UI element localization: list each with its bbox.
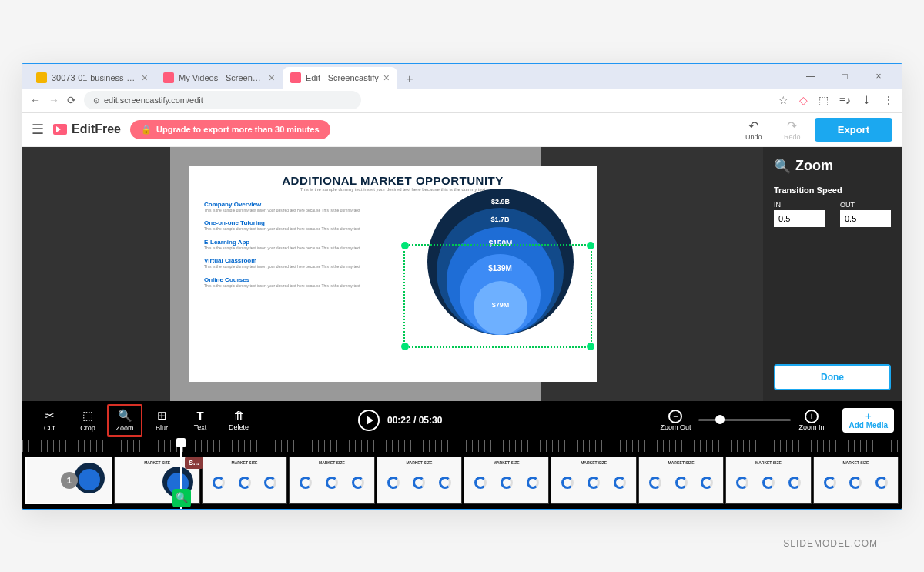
slider-thumb[interactable] <box>715 415 725 424</box>
bookmark-icon[interactable]: ☆ <box>778 94 788 106</box>
add-media-label: Add Media <box>849 421 888 430</box>
panel-title: 🔍 Zoom <box>774 158 891 175</box>
tab-title: Edit - Screencastify <box>306 73 379 82</box>
reload-button[interactable]: ⟳ <box>67 94 76 106</box>
export-button[interactable]: Export <box>815 118 892 142</box>
url-input[interactable]: ⊙ edit.screencastify.com/edit <box>84 91 361 109</box>
editor-area: ADDITIONAL MARKET OPPORTUNITY This is th… <box>22 147 902 401</box>
slide-item-heading: E-Learning App <box>204 239 404 246</box>
timeline-thumb[interactable]: MARKET SIZE <box>813 457 899 504</box>
app-header: ☰ EditFree 🔒 Upgrade to export more than… <box>22 113 902 147</box>
slide-item-text: This is the sample dummy text insert you… <box>204 283 404 289</box>
editor-toolbar: ✂Cut ⬚Crop 🔍Zoom ⊞Blur TText 🗑Delete 00:… <box>22 401 902 440</box>
tab-close-icon[interactable]: × <box>383 72 390 84</box>
resize-handle-tl[interactable] <box>401 242 409 249</box>
slide-item-text: This is the sample dummy text insert you… <box>204 264 404 269</box>
timeline[interactable]: 1 MARKET SIZE MARKET SIZE MARKET SIZE MA… <box>22 452 902 509</box>
magnifier-icon: 🔍 <box>774 158 791 175</box>
browser-tabs-bar: 30073-01-business-pitch-deck × My Videos… <box>22 64 902 89</box>
back-button[interactable]: ← <box>30 94 41 106</box>
logo-text: EditFree <box>72 122 121 136</box>
zoom-in-button[interactable]: +Zoom In <box>798 410 824 431</box>
timeline-thumb[interactable]: MARKET SIZE <box>289 457 374 504</box>
delete-tool[interactable]: 🗑Delete <box>219 406 258 434</box>
done-label: Done <box>821 372 844 383</box>
plus-icon: + <box>849 411 888 421</box>
zoom-tool[interactable]: 🔍Zoom <box>107 404 142 437</box>
redo-icon: ↷ <box>787 119 797 133</box>
timeline-thumb[interactable]: MARKET SIZE <box>464 457 549 504</box>
favicon-icon <box>36 72 47 83</box>
slide-item-heading: Company Overview <box>204 201 404 208</box>
canvas-area[interactable]: ADDITIONAL MARKET OPPORTUNITY This is th… <box>22 147 763 401</box>
export-label: Export <box>838 124 869 135</box>
timeline-thumb[interactable]: MARKET SIZE <box>551 457 636 504</box>
favicon-icon <box>163 72 174 83</box>
slide-item-heading: One-on-one Tutoring <box>204 219 404 226</box>
timeline-thumb[interactable]: MARKET SIZE <box>377 457 462 504</box>
tab-title: My Videos - Screencastify <box>179 73 264 82</box>
thumb-index-badge: 1 <box>61 472 78 489</box>
add-media-button[interactable]: +Add Media <box>842 408 894 433</box>
minimize-icon[interactable]: — <box>800 71 822 82</box>
forward-button[interactable]: → <box>49 94 59 106</box>
transition-speed-label: Transition Speed <box>774 186 891 195</box>
redo-button[interactable]: ↷ Redo <box>776 119 808 141</box>
timeline-thumb[interactable]: MARKET SIZE <box>638 457 724 504</box>
url-text: edit.screencastify.com/edit <box>104 95 203 105</box>
timeline-thumb[interactable]: MARKET SIZE <box>202 457 287 504</box>
tool-label: Zoom <box>116 424 133 432</box>
resize-handle-br[interactable] <box>587 343 594 350</box>
undo-button[interactable]: ↶ Undo <box>738 119 770 141</box>
upgrade-label: Upgrade to export more than 30 minutes <box>156 125 319 134</box>
maximize-icon[interactable]: □ <box>834 71 855 82</box>
timeline-ruler[interactable] <box>22 440 902 452</box>
tab-title: 30073-01-business-pitch-deck <box>52 73 137 82</box>
new-tab-button[interactable]: + <box>400 70 419 89</box>
window-controls: — □ × <box>800 71 896 82</box>
lock-icon: 🔒 <box>141 125 152 135</box>
resize-handle-bl[interactable] <box>401 343 409 350</box>
cut-tool[interactable]: ✂Cut <box>30 406 69 435</box>
browser-tab[interactable]: 30073-01-business-pitch-deck × <box>28 67 156 89</box>
close-icon[interactable]: × <box>868 71 889 82</box>
zoom-selection-box[interactable] <box>403 244 592 348</box>
menu-hamburger-icon[interactable]: ☰ <box>32 121 44 138</box>
blur-icon: ⊞ <box>157 409 167 423</box>
browser-tab-active[interactable]: Edit - Screencastify × <box>283 67 397 89</box>
tool-label: Delete <box>229 423 249 431</box>
timeline-thumb[interactable]: MARKET SIZE <box>725 457 811 504</box>
slide-item-heading: Virtual Classroom <box>204 257 404 264</box>
text-tool[interactable]: TText <box>181 406 219 434</box>
crop-tool[interactable]: ⬚Crop <box>69 406 107 435</box>
magnifier-icon: 🔍 <box>176 492 188 503</box>
tab-close-icon[interactable]: × <box>269 72 275 84</box>
tab-close-icon[interactable]: × <box>142 72 148 84</box>
clip-badge[interactable]: S... <box>185 457 203 469</box>
app-logo[interactable]: EditFree <box>53 122 121 136</box>
speed-in-input[interactable] <box>774 210 825 227</box>
browser-tab[interactable]: My Videos - Screencastify × <box>156 67 283 89</box>
download-icon[interactable]: ⭳ <box>862 94 872 106</box>
app-frame: 30073-01-business-pitch-deck × My Videos… <box>22 63 902 510</box>
zoom-slider[interactable] <box>698 419 791 421</box>
address-bar: ← → ⟳ ⊙ edit.screencastify.com/edit ☆ ◇ … <box>22 89 902 113</box>
zoom-out-button[interactable]: −Zoom Out <box>660 410 691 431</box>
text-icon: T <box>196 409 203 422</box>
zoom-effect-marker[interactable]: 🔍 <box>172 489 191 507</box>
site-info-icon[interactable]: ⊙ <box>93 96 99 105</box>
extension-icon[interactable]: ◇ <box>799 94 808 106</box>
menu-icon[interactable]: ⋮ <box>883 94 894 106</box>
speed-out-input[interactable] <box>840 210 891 227</box>
undo-icon: ↶ <box>748 119 758 133</box>
playback-time: 00:22 / 05:30 <box>387 415 442 426</box>
slide-item-text: This is the sample dummy text insert you… <box>204 208 404 213</box>
done-button[interactable]: Done <box>774 364 891 390</box>
play-button[interactable] <box>358 410 380 431</box>
extensions-icon[interactable]: ⬚ <box>819 94 829 106</box>
reading-list-icon[interactable]: ≡♪ <box>839 94 851 106</box>
timeline-thumb[interactable]: 1 <box>25 457 112 504</box>
upgrade-button[interactable]: 🔒 Upgrade to export more than 30 minutes <box>130 120 330 139</box>
blur-tool[interactable]: ⊞Blur <box>142 406 181 435</box>
resize-handle-tr[interactable] <box>587 242 594 249</box>
